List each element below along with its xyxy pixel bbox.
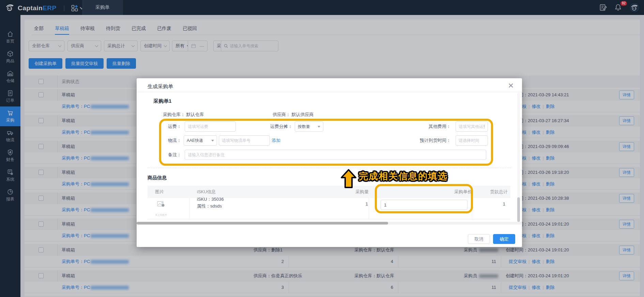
- eta-date-input[interactable]: [456, 135, 488, 146]
- scrollbar-thumb: [137, 222, 388, 225]
- po-supplier-value: 供应商： 默认供应商: [273, 111, 314, 118]
- other-fee-input[interactable]: [456, 121, 488, 132]
- modal-footer: 取消 确定: [137, 225, 522, 247]
- modal-horizontal-scrollbar[interactable]: [137, 222, 522, 225]
- generate-po-modal: 生成采购单 ✕ 采购单1 采购仓库： 默认仓库 供应商： 默认供应商 运费： 运…: [137, 78, 522, 247]
- image-icon: [157, 201, 165, 208]
- modal-vertical-scrollbar[interactable]: [517, 93, 520, 223]
- freight-input[interactable]: [185, 121, 236, 132]
- product-image-placeholder: 未上传图片: [155, 201, 167, 214]
- other-fee-label: 其他费用：: [399, 121, 451, 132]
- freight-share-label: 运费分摊：: [249, 121, 292, 132]
- goods-table-row: 未上传图片 iSKU：35036 属性：sdsds 1 1: [148, 198, 510, 219]
- isku-value: iSKU：35036: [197, 196, 224, 203]
- attr-value: 属性：sdsds: [197, 203, 222, 210]
- add-logistics-link[interactable]: 添加: [272, 135, 280, 146]
- logistics-label: 物流：: [137, 135, 181, 146]
- eta-label: 预计到货时间：: [399, 135, 451, 146]
- cancel-button[interactable]: 取消: [468, 234, 490, 244]
- logistics-carrier-select[interactable]: AAE快递: [184, 135, 217, 146]
- qty-value: 1: [318, 198, 368, 210]
- confirm-button[interactable]: 确定: [493, 234, 515, 244]
- caret-down-icon: [318, 126, 320, 128]
- freight-label: 运费：: [137, 121, 181, 132]
- goods-section-title: 商品信息: [148, 175, 167, 181]
- remark-label: 备注：: [137, 150, 181, 160]
- po-section-title: 采购单1: [153, 98, 171, 104]
- goods-total-value: 1: [456, 198, 505, 210]
- tracking-number-input[interactable]: [219, 135, 270, 146]
- modal-title: 生成采购单: [148, 82, 173, 91]
- annotation-caption: 完成相关信息的填选: [359, 170, 448, 182]
- freight-share-select[interactable]: 按数量: [295, 121, 323, 132]
- caret-down-icon: [211, 140, 214, 142]
- po-warehouse-value: 采购仓库： 默认仓库: [163, 111, 204, 118]
- up-arrow-annotation: [341, 169, 356, 189]
- unit-price-input[interactable]: [381, 200, 467, 210]
- scrollbar-thumb: [517, 197, 520, 222]
- total-column-header: 货款总计: [458, 186, 508, 198]
- close-icon[interactable]: ✕: [508, 81, 514, 90]
- image-column-header: 图片: [155, 186, 164, 198]
- remark-input[interactable]: [185, 150, 486, 160]
